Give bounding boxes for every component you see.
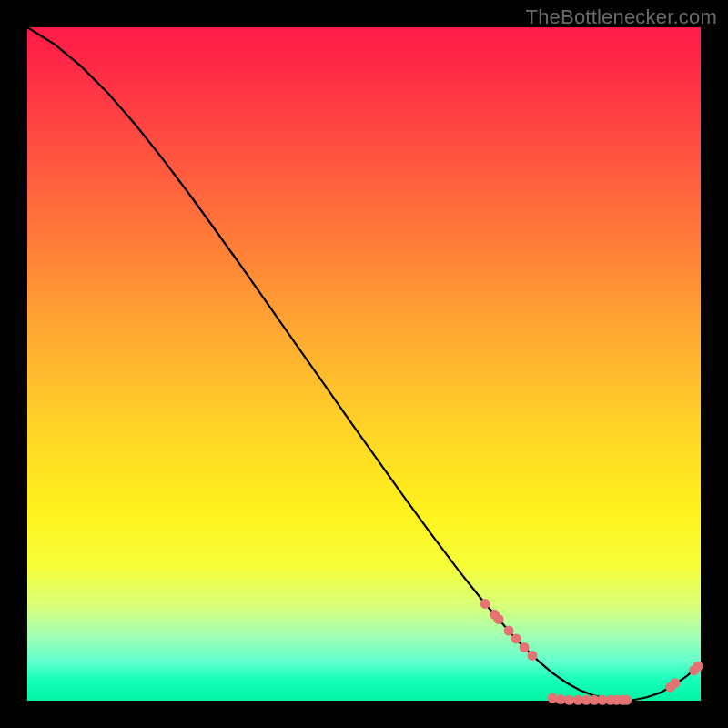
chart-frame: TheBottlenecker.com [0, 0, 728, 728]
curve-marker [520, 642, 530, 652]
curve-marker [528, 651, 538, 661]
watermark-text: TheBottlenecker.com [526, 5, 717, 29]
curve-marker [480, 599, 490, 609]
curve-markers [480, 599, 703, 705]
bottleneck-curve [27, 27, 701, 700]
curve-marker [564, 695, 574, 705]
curve-svg [27, 27, 701, 701]
curve-marker [494, 614, 504, 624]
curve-marker [511, 633, 521, 643]
curve-marker [670, 678, 680, 688]
curve-marker [693, 662, 703, 672]
curve-marker [504, 626, 514, 636]
plot-area [27, 27, 701, 701]
curve-marker [556, 694, 566, 704]
curve-marker [622, 695, 632, 705]
